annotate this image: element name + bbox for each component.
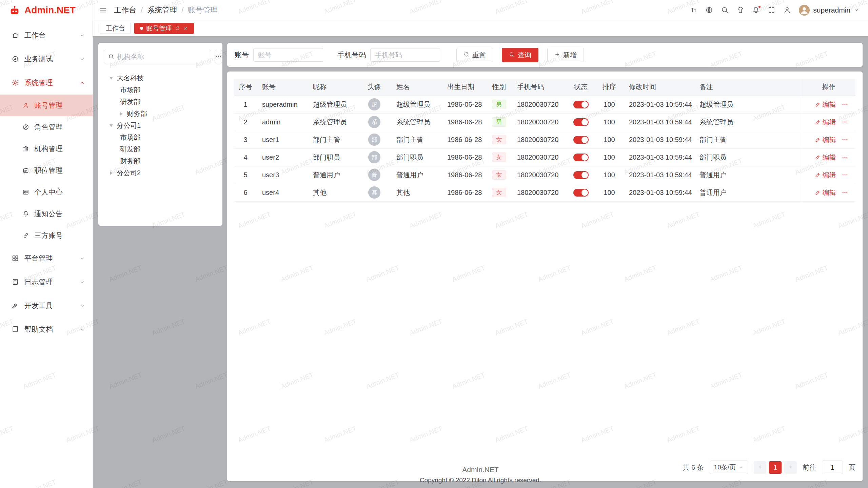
sidebar-item-third-party-account[interactable]: 三方账号 — [0, 225, 93, 246]
sidebar-item-dev-tools[interactable]: 开发工具 — [0, 294, 93, 318]
tool-icon — [12, 302, 19, 309]
sidebar-item-workbench[interactable]: 工作台 — [0, 23, 93, 47]
edit-button[interactable]: 编辑 — [815, 100, 836, 109]
tab-workbench[interactable]: 工作台 — [100, 23, 131, 34]
edit-button[interactable]: 编辑 — [815, 170, 836, 180]
status-toggle[interactable] — [573, 101, 589, 108]
account-filter-input[interactable] — [253, 48, 323, 62]
username[interactable]: superadmin — [813, 6, 850, 14]
status-toggle[interactable] — [573, 136, 589, 144]
cell-name: 普通用户 — [391, 166, 442, 184]
sidebar-item-role-mgmt[interactable]: 角色管理 — [0, 116, 93, 138]
tree-node[interactable]: 分公司2 — [104, 167, 217, 179]
theme-button[interactable] — [736, 6, 744, 14]
column-header: 性别 — [487, 79, 512, 96]
shirt-icon — [736, 6, 744, 14]
tree-node[interactable]: 财务部 — [104, 108, 217, 120]
caret-icon[interactable] — [110, 124, 113, 127]
status-toggle[interactable] — [573, 118, 589, 126]
tree-node[interactable]: 研发部 — [104, 143, 217, 155]
edit-icon — [815, 189, 821, 196]
sidebar-item-business-test[interactable]: 业务测试 — [0, 47, 93, 71]
sidebar-item-log-mgmt[interactable]: 日志管理 — [0, 270, 93, 294]
row-more-button[interactable] — [842, 189, 848, 196]
footer-copyright: Copyright © 2022 Dilon All rights reserv… — [93, 476, 868, 484]
tree-node[interactable]: 研发部 — [104, 96, 217, 108]
cell-sort: 100 — [595, 184, 624, 201]
cell-gender: 女 — [487, 131, 512, 148]
sidebar-item-org-mgmt[interactable]: 机构管理 — [0, 138, 93, 160]
search-button[interactable]: 查询 — [502, 48, 538, 62]
table-row: 3user1部门主管部部门主管1986-06-28女18020030720100… — [234, 131, 855, 148]
tree-node[interactable]: 市场部 — [104, 84, 217, 96]
status-toggle[interactable] — [573, 154, 589, 161]
sidebar-item-notice[interactable]: 通知公告 — [0, 203, 93, 225]
caret-icon[interactable] — [120, 112, 123, 116]
user-menu-caret-icon[interactable] — [854, 7, 859, 13]
sidebar-item-label: 帮助文档 — [24, 325, 74, 334]
more-icon — [842, 119, 848, 125]
tree-node[interactable]: 市场部 — [104, 131, 217, 143]
cell-sort: 100 — [595, 166, 624, 184]
sidebar-item-label: 职位管理 — [34, 166, 63, 175]
tree-node-label: 大名科技 — [117, 74, 144, 83]
tree-node-label: 财务部 — [127, 109, 147, 118]
caret-icon[interactable] — [110, 77, 113, 80]
caret-icon[interactable] — [110, 171, 113, 175]
breadcrumb-item[interactable]: 系统管理 — [147, 5, 177, 15]
logo[interactable]: Admin.NET — [0, 0, 93, 20]
tree-node[interactable]: 财务部 — [104, 155, 217, 167]
sidebar-item-account-mgmt[interactable]: 账号管理 — [0, 95, 93, 116]
breadcrumb-item: 账号管理 — [188, 5, 218, 15]
row-more-button[interactable] — [842, 154, 848, 161]
chevron-down-icon — [79, 256, 85, 261]
user-menu[interactable]: superadmin — [799, 5, 859, 16]
org-search-input[interactable] — [117, 53, 207, 61]
cell-birthday: 1986-06-28 — [442, 148, 487, 166]
sidebar-item-platform-mgmt[interactable]: 平台管理 — [0, 246, 93, 270]
org-more-button[interactable] — [215, 50, 222, 63]
column-header: 昵称 — [308, 79, 358, 96]
tree-node-label: 财务部 — [120, 157, 140, 166]
sidebar-item-personal-center[interactable]: 个人中心 — [0, 181, 93, 203]
sidebar-item-help-docs[interactable]: 帮助文档 — [0, 318, 93, 341]
search-button[interactable] — [721, 6, 729, 14]
breadcrumb-item[interactable]: 工作台 — [114, 5, 136, 15]
edit-button[interactable]: 编辑 — [815, 153, 836, 162]
cell-phone: 18020030720 — [512, 131, 567, 148]
sidebar-item-label: 机构管理 — [34, 144, 63, 154]
font-size-button[interactable] — [690, 6, 697, 14]
tree-node[interactable]: 大名科技 — [104, 72, 217, 84]
row-more-button[interactable] — [842, 101, 848, 108]
cell-no: 5 — [234, 166, 257, 184]
cell-status — [567, 166, 595, 184]
row-more-button[interactable] — [842, 119, 848, 125]
row-more-button[interactable] — [842, 136, 848, 143]
row-more-button[interactable] — [842, 171, 848, 178]
edit-button[interactable]: 编辑 — [815, 135, 836, 144]
status-toggle[interactable] — [573, 171, 589, 179]
locale-button[interactable] — [705, 6, 713, 14]
sidebar-item-position-mgmt[interactable]: 职位管理 — [0, 160, 93, 181]
phone-filter-input[interactable] — [370, 48, 440, 62]
reset-button[interactable]: 重置 — [456, 48, 493, 62]
tree-node[interactable]: 分公司1 — [104, 120, 217, 131]
sidebar-item-label: 账号管理 — [34, 101, 63, 110]
cell-account: user4 — [257, 184, 308, 201]
add-button[interactable]: 新增 — [547, 48, 584, 62]
menu-toggle-button[interactable] — [99, 6, 107, 14]
status-toggle[interactable] — [573, 189, 589, 197]
table-header-row: 序号账号昵称头像姓名出生日期性别手机号码状态排序修改时间备注操作 — [234, 79, 855, 96]
tab-close-button[interactable] — [183, 26, 188, 31]
edit-button[interactable]: 编辑 — [815, 188, 836, 197]
fullscreen-button[interactable] — [768, 6, 775, 14]
edit-button[interactable]: 编辑 — [815, 118, 836, 127]
tab-refresh-button[interactable] — [175, 26, 180, 31]
tab-account-mgmt[interactable]: 账号管理 — [134, 23, 194, 34]
sidebar-item-system-mgmt[interactable]: 系统管理 — [0, 71, 93, 95]
user-button[interactable] — [783, 6, 791, 14]
avatar[interactable] — [799, 5, 810, 16]
add-button-label: 新增 — [563, 50, 577, 60]
user-icon — [22, 102, 29, 109]
notification-button[interactable] — [752, 6, 760, 14]
